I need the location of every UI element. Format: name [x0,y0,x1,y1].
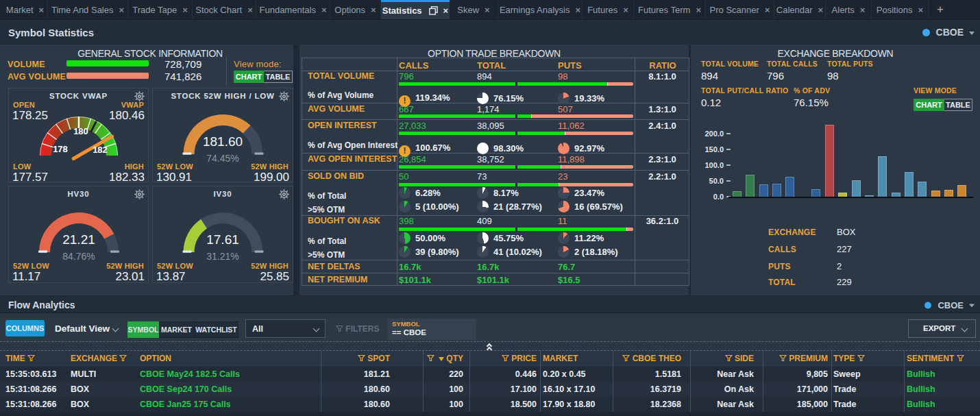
svg-text:84.76%: 84.76% [62,251,95,262]
svg-text:182: 182 [93,145,108,155]
svg-text:181.60: 181.60 [203,134,243,149]
svg-text:21.21: 21.21 [62,232,95,247]
svg-text:17.61: 17.61 [206,232,239,247]
svg-text:178: 178 [53,144,68,154]
svg-text:31.21%: 31.21% [206,251,238,262]
svg-text:74.45%: 74.45% [206,153,238,164]
svg-text:180: 180 [73,126,88,136]
